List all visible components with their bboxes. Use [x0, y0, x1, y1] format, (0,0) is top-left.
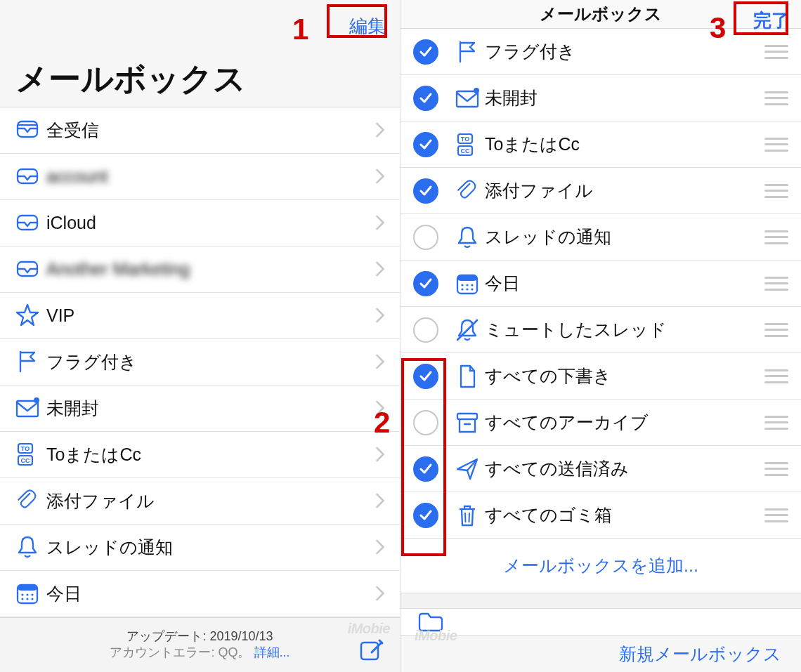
left-header: 編集 メールボックス: [0, 0, 400, 107]
edit-mailbox-row: ToまたはCc: [400, 121, 801, 168]
left-footer: アップデート: 2019/10/13 アカウントエラー: QQ。 詳細... i…: [0, 617, 400, 672]
flag-icon: [10, 349, 45, 374]
error-details-link[interactable]: 詳細...: [254, 645, 290, 659]
chevron-right-icon: [373, 259, 387, 279]
new-mailbox-link[interactable]: 新規メールボックス: [619, 643, 781, 666]
edit-mailbox-row: 未開封: [400, 75, 801, 121]
chevron-right-icon: [373, 213, 387, 232]
mailboxes-view: 編集 メールボックス 全受信 account iCloud Another Ma…: [0, 0, 400, 672]
mailbox-row[interactable]: 添付ファイル: [0, 478, 400, 525]
mailbox-label: 添付ファイル: [45, 489, 373, 513]
mailbox-label: 添付ファイル: [485, 179, 764, 202]
chevron-right-icon: [373, 120, 387, 140]
select-toggle[interactable]: [413, 86, 438, 111]
inbox-icon: [10, 210, 45, 235]
edit-button[interactable]: 編集: [344, 11, 391, 41]
tocc-icon: [450, 132, 485, 157]
mailbox-row[interactable]: 未開封: [0, 386, 400, 432]
select-toggle[interactable]: [413, 225, 438, 250]
folder-row[interactable]: [400, 609, 801, 635]
drag-handle-icon[interactable]: [764, 462, 788, 476]
mailbox-label: ToまたはCc: [45, 443, 373, 466]
mailbox-row[interactable]: フラグ付き: [0, 339, 400, 386]
chevron-right-icon: [373, 537, 387, 557]
chevron-right-icon: [373, 305, 387, 325]
doc-icon: [450, 364, 485, 389]
drag-handle-icon[interactable]: [764, 184, 788, 198]
mailbox-label: スレッドの通知: [45, 536, 373, 559]
mailbox-row[interactable]: 全受信: [0, 107, 400, 154]
star-icon: [10, 303, 45, 328]
mailbox-label: ToまたはCc: [485, 133, 764, 156]
edit-mailbox-row: すべての下書き: [400, 353, 801, 400]
select-toggle[interactable]: [413, 178, 438, 204]
chevron-right-icon: [373, 444, 387, 464]
trash-icon: [450, 503, 485, 528]
mailbox-label: VIP: [45, 305, 373, 326]
mailbox-label: フラグ付き: [45, 350, 373, 374]
drag-handle-icon[interactable]: [764, 277, 788, 291]
edit-mailbox-row: すべてのアーカイブ: [400, 400, 801, 446]
select-toggle[interactable]: [413, 132, 438, 157]
mailbox-row[interactable]: account: [0, 154, 400, 200]
envelope-dot-icon: [10, 395, 45, 421]
chevron-right-icon: [373, 491, 387, 510]
mailbox-row[interactable]: iCloud: [0, 200, 400, 246]
edit-mailboxes-view: メールボックス 完了 フラグ付き 未開封 ToまたはCc 添付ファイル スレッド…: [400, 0, 801, 672]
bell-mute-icon: [450, 317, 485, 343]
mailbox-row[interactable]: Another Marketing: [0, 246, 400, 293]
mailbox-label: すべてのゴミ箱: [485, 503, 764, 527]
mailbox-row[interactable]: 今日: [0, 571, 400, 617]
drag-handle-icon[interactable]: [764, 416, 788, 430]
compose-icon[interactable]: [359, 637, 384, 662]
drag-handle-icon[interactable]: [764, 369, 788, 383]
select-toggle[interactable]: [413, 364, 438, 389]
drag-handle-icon[interactable]: [764, 45, 788, 59]
mailbox-row[interactable]: スレッドの通知: [0, 525, 400, 571]
drag-handle-icon[interactable]: [764, 138, 788, 152]
right-header: メールボックス 完了: [400, 0, 801, 29]
chevron-right-icon: [373, 166, 387, 186]
page-title: メールボックス: [540, 3, 662, 25]
annotation-3-label: 3: [710, 11, 726, 45]
mailbox-label: Another Marketing: [45, 259, 373, 279]
edit-mailbox-row: すべてのゴミ箱: [400, 492, 801, 539]
edit-list: フラグ付き 未開封 ToまたはCc 添付ファイル スレッドの通知 今日 ミュート…: [400, 29, 801, 539]
edit-mailbox-row: 今日: [400, 261, 801, 307]
calendar-icon: [10, 581, 45, 606]
annotation-2-label: 2: [374, 406, 390, 440]
mailbox-list: 全受信 account iCloud Another Marketing VIP…: [0, 107, 400, 617]
done-button[interactable]: 完了: [749, 7, 794, 34]
envelope-dot-icon: [450, 86, 485, 111]
svg-rect-0: [361, 643, 378, 659]
drag-handle-icon[interactable]: [764, 91, 788, 105]
mailbox-row[interactable]: ToまたはCc: [0, 432, 400, 478]
select-toggle[interactable]: [413, 410, 438, 435]
edit-mailbox-row: スレッドの通知: [400, 214, 801, 261]
mailbox-label: ミュートしたスレッド: [485, 318, 764, 341]
add-mailbox-link[interactable]: メールボックスを追加...: [400, 539, 801, 593]
select-toggle[interactable]: [413, 456, 438, 482]
mailbox-label: 今日: [485, 272, 764, 295]
archive-icon: [450, 410, 485, 435]
select-toggle[interactable]: [413, 317, 438, 343]
select-toggle[interactable]: [413, 271, 438, 296]
paperplane-icon: [450, 456, 485, 482]
drag-handle-icon[interactable]: [764, 323, 788, 337]
watermark: iMobie: [415, 628, 457, 644]
drag-handle-icon[interactable]: [764, 508, 788, 522]
mailbox-row[interactable]: VIP: [0, 293, 400, 339]
inbox-icon: [10, 256, 45, 282]
paperclip-icon: [450, 178, 485, 204]
page-title: メールボックス: [15, 58, 246, 101]
mailbox-label: account: [45, 166, 373, 187]
select-toggle[interactable]: [413, 39, 438, 65]
edit-mailbox-row: フラグ付き: [400, 29, 801, 75]
paperclip-icon: [10, 488, 45, 513]
chevron-right-icon: [373, 584, 387, 603]
mailbox-label: 未開封: [45, 397, 373, 420]
select-toggle[interactable]: [413, 503, 438, 528]
section-gap: [400, 593, 801, 609]
bell-icon: [10, 534, 45, 560]
drag-handle-icon[interactable]: [764, 230, 788, 244]
